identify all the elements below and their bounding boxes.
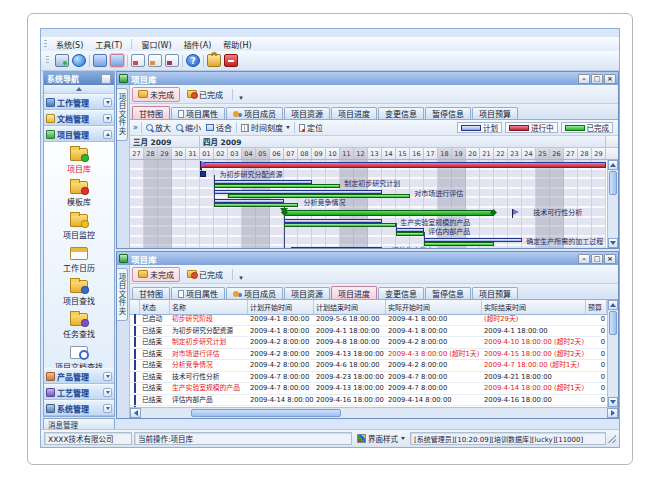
scroll-thumb[interactable] [609, 171, 617, 195]
view-tab[interactable]: 已完成 [181, 87, 229, 102]
table-row[interactable]: 已启动初步研究阶段2009-4-1 8:00:002009-5-6 18:00:… [130, 314, 607, 326]
resize-grip[interactable] [608, 435, 616, 443]
tab[interactable]: 变更信息 [378, 107, 424, 119]
sidebar-group[interactable]: 项目管理 [44, 126, 114, 142]
table-row[interactable]: 已结束评估内部产品2009-4-14 8:00:002009-4-16 18:0… [130, 395, 607, 407]
scroll-up-button[interactable] [608, 300, 618, 310]
sidebar-group[interactable]: 文档管理 [44, 110, 114, 126]
gantt-bar-plan[interactable] [291, 247, 382, 248]
gantt-bar-red[interactable] [200, 162, 606, 168]
gantt-bar-done[interactable] [284, 223, 396, 227]
column-header[interactable] [130, 300, 140, 314]
menu-item[interactable]: 插件(A) [178, 38, 218, 51]
project-folder-vertical-tab[interactable]: 项目文件夹 [117, 88, 128, 141]
maximize-button[interactable] [591, 74, 603, 84]
chevron-down-icon[interactable] [103, 98, 112, 107]
sidebar-collapse-button[interactable] [44, 85, 114, 94]
form-edit-icon[interactable] [148, 54, 162, 67]
tab[interactable]: 项目成员 [226, 287, 283, 299]
sidebar-item[interactable]: 工作日历 [44, 243, 114, 276]
zoom-in-tool[interactable]: 放大 [145, 122, 172, 133]
minimize-button[interactable] [578, 74, 590, 84]
task-marker[interactable] [200, 171, 206, 177]
locate-tool[interactable]: 定位 [298, 122, 324, 133]
sidebar-group[interactable]: 工艺管理 [44, 384, 114, 400]
view-tab[interactable]: 已完成 [181, 267, 229, 282]
gantt-bar-done[interactable] [396, 232, 424, 236]
chevron-down-icon[interactable] [103, 388, 112, 397]
form-delete-icon[interactable] [165, 54, 179, 67]
menu-item[interactable]: 系统(S) [50, 38, 89, 51]
gantt-bar-done[interactable] [214, 184, 340, 188]
tab[interactable]: 项目成员 [226, 107, 283, 119]
scroll-up-button[interactable] [608, 160, 618, 170]
sidebar-group[interactable]: 产品管理 [44, 368, 114, 384]
tab[interactable]: 项目属性 [171, 287, 225, 299]
scroll-thumb[interactable] [191, 409, 341, 417]
column-header[interactable]: 实际结束时间 [482, 300, 586, 314]
tab[interactable]: 项目资源 [284, 287, 330, 299]
view-tab[interactable]: 未完成 [132, 87, 180, 102]
flag-marker[interactable] [512, 209, 513, 218]
form-new-icon[interactable] [131, 54, 145, 67]
menubar-grip[interactable] [44, 40, 47, 49]
folder-open-icon[interactable] [93, 54, 107, 67]
tab[interactable]: 项目资源 [284, 107, 330, 119]
folder-save-icon[interactable] [110, 54, 124, 67]
ui-style-button[interactable]: 界面样式 [354, 432, 408, 445]
scroll-track[interactable] [608, 196, 618, 238]
project-folder-vertical-tab[interactable]: 项目文件夹 [117, 268, 128, 321]
menu-item[interactable]: 工具(T) [89, 38, 128, 51]
close-button[interactable] [604, 74, 616, 84]
sidebar-item[interactable]: 项目文档查找 [44, 342, 114, 368]
column-header[interactable]: 预算 [586, 300, 607, 314]
overflow-chevron-icon[interactable] [236, 85, 246, 104]
chevron-down-icon[interactable] [103, 372, 112, 381]
monitor-icon[interactable] [55, 54, 69, 67]
table-row[interactable]: 已结束确定生产所需的加工过程2009-4-17 8:00:002009-4-23… [130, 406, 607, 407]
scroll-down-button[interactable] [608, 238, 618, 248]
scroll-thumb[interactable] [609, 311, 617, 335]
sidebar-group[interactable]: 工作管理 [44, 94, 114, 110]
sidebar-item[interactable]: 项目查找 [44, 276, 114, 309]
help-icon[interactable] [186, 54, 200, 67]
sidebar-item[interactable]: 模板库 [44, 177, 114, 210]
gantt-bar-sumgreen[interactable] [284, 210, 494, 216]
gantt-bar-done[interactable] [228, 194, 410, 198]
table-row[interactable]: 已结束技术可行性分析2009-4-7 8:00:002009-4-23 18:0… [130, 372, 607, 384]
column-header[interactable]: 实际开始时间 [386, 300, 482, 314]
tab[interactable]: 暂停信息 [425, 287, 471, 299]
pin-icon[interactable] [101, 74, 111, 84]
menu-item[interactable]: 窗口(W) [135, 38, 177, 51]
column-header[interactable]: 状态 [140, 300, 170, 314]
zoom-out-tool[interactable]: 缩小 [175, 122, 202, 133]
tab[interactable]: 甘特图 [132, 106, 170, 119]
flag-marker[interactable] [200, 161, 201, 170]
lock-icon[interactable] [207, 54, 221, 67]
column-header[interactable]: 计划开始时间 [248, 300, 314, 314]
table-row[interactable]: 已结束生产实验室规模的产品2009-4-7 8:00:002009-4-13 1… [130, 383, 607, 395]
tab[interactable]: 项目进度 [331, 107, 377, 119]
scale-tool[interactable]: 时间刻度 [240, 122, 291, 133]
chevron-down-icon[interactable] [103, 404, 112, 413]
chevron-down-icon[interactable] [103, 114, 112, 123]
tab[interactable]: 项目预算 [472, 107, 518, 119]
tab[interactable]: 变更信息 [378, 287, 424, 299]
tab[interactable]: 项目预算 [472, 287, 518, 299]
scroll-down-button[interactable] [608, 397, 618, 407]
close-button[interactable] [604, 254, 616, 264]
minimize-button[interactable] [578, 254, 590, 264]
sidebar-item[interactable]: 任务查找 [44, 309, 114, 342]
table-row[interactable]: 已结束分析竞争情况2009-4-2 8:00:002009-4-6 18:00:… [130, 360, 607, 372]
sidebar-item[interactable]: 项目监控 [44, 210, 114, 243]
gantt-bar-done[interactable] [424, 242, 494, 246]
maximize-button[interactable] [591, 254, 603, 264]
sidebar-group[interactable]: 系统管理 [44, 400, 114, 416]
sidebar-item[interactable]: 项目库 [44, 144, 114, 177]
toolbar-grip[interactable] [46, 56, 49, 65]
scroll-track[interactable] [608, 336, 618, 397]
exit-icon[interactable] [224, 54, 238, 67]
fit-tool[interactable]: 适合 [205, 122, 233, 133]
globe-icon[interactable] [72, 54, 86, 67]
gantt-window-titlebar[interactable]: 项目库 [117, 72, 618, 85]
